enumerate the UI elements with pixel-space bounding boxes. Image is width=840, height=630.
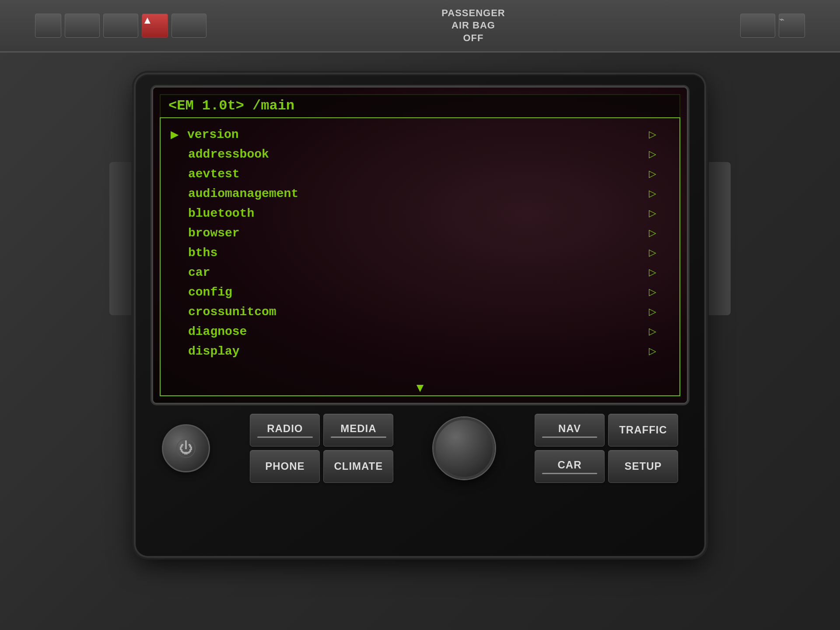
menu-item-crossunitcom[interactable]: ▶ crossunitcom ▷ bbox=[171, 302, 669, 322]
menu-item-config[interactable]: ▶ config ▷ bbox=[171, 282, 669, 302]
menu-item-chevron-bluetooth: ▷ bbox=[649, 208, 656, 219]
menu-item-bths[interactable]: ▶ bths ▷ bbox=[171, 243, 669, 263]
menu-item-label-addressbook: addressbook bbox=[188, 148, 649, 161]
car-btn-indicator bbox=[542, 473, 597, 474]
menu-item-label-car: car bbox=[188, 266, 649, 279]
passenger-airbag-label: PASSENGER AIR BAG OFF bbox=[441, 7, 505, 45]
menu-item-chevron-addressbook: ▷ bbox=[649, 148, 656, 160]
top-btn-5[interactable] bbox=[172, 14, 206, 38]
menu-item-label-config: config bbox=[188, 285, 649, 299]
top-btn-2[interactable] bbox=[65, 14, 100, 38]
power-knob[interactable]: ⏻ bbox=[162, 424, 210, 472]
menu-item-car[interactable]: ▶ car ▷ bbox=[171, 263, 669, 282]
nav-button[interactable]: NAV bbox=[535, 414, 605, 447]
top-btn-3[interactable] bbox=[103, 14, 138, 38]
radio-btn-indicator bbox=[257, 436, 312, 438]
right-vent bbox=[709, 162, 731, 315]
hazard-button[interactable]: ▲ bbox=[142, 14, 168, 38]
menu-item-chevron-diagnose: ▷ bbox=[649, 326, 656, 337]
menu-item-label-diagnose: diagnose bbox=[188, 325, 649, 338]
menu-item-chevron-aevtest: ▷ bbox=[649, 168, 656, 179]
right-buttons-group: NAV TRAFFIC CAR SETUP bbox=[535, 414, 678, 483]
dashboard: ▲ PASSENGER AIR BAG OFF ⌁ bbox=[0, 0, 840, 630]
left-buttons-row-2: PHONE CLIMATE bbox=[250, 450, 393, 483]
top-btn-1[interactable] bbox=[35, 14, 61, 38]
menu-item-version[interactable]: ▶ version ▷ bbox=[171, 125, 669, 144]
traffic-button[interactable]: TRAFFIC bbox=[608, 414, 678, 447]
climate-button[interactable]: CLIMATE bbox=[323, 450, 393, 483]
menu-item-chevron-audiomanagement: ▷ bbox=[649, 188, 656, 199]
menu-item-chevron-browser: ▷ bbox=[649, 227, 656, 239]
left-vent bbox=[109, 162, 131, 315]
menu-item-label-bths: bths bbox=[188, 246, 649, 260]
menu-item-aevtest[interactable]: ▶ aevtest ▷ bbox=[171, 164, 669, 184]
menu-item-chevron-config: ▷ bbox=[649, 286, 656, 298]
menu-item-chevron-bths: ▷ bbox=[649, 247, 656, 258]
media-btn-indicator bbox=[331, 436, 386, 438]
right-buttons-row-2: CAR SETUP bbox=[535, 450, 678, 483]
menu-item-label-crossunitcom: crossunitcom bbox=[188, 305, 649, 319]
screen-header: <EM 1.0t> /main bbox=[160, 94, 680, 118]
media-button[interactable]: MEDIA bbox=[323, 414, 393, 447]
screen-title: <EM 1.0t> /main bbox=[168, 98, 294, 114]
control-bar: ⏻ RADIO MEDIA PHONE bbox=[153, 414, 687, 483]
top-bar: ▲ PASSENGER AIR BAG OFF ⌁ bbox=[0, 0, 840, 53]
menu-item-diagnose[interactable]: ▶ diagnose ▷ bbox=[171, 322, 669, 341]
menu-item-addressbook[interactable]: ▶ addressbook ▷ bbox=[171, 144, 669, 164]
menu-item-chevron-display: ▷ bbox=[649, 345, 656, 357]
top-btn-6[interactable] bbox=[740, 14, 775, 38]
power-icon: ⏻ bbox=[179, 440, 193, 456]
screen: <EM 1.0t> /main ▶ version ▷ ▶ addressboo… bbox=[153, 88, 687, 403]
setup-button[interactable]: SETUP bbox=[608, 450, 678, 483]
left-buttons-group: RADIO MEDIA PHONE CLIMATE bbox=[250, 414, 393, 483]
menu-item-label-browser: browser bbox=[188, 226, 649, 240]
menu-item-label-aevtest: aevtest bbox=[188, 167, 649, 181]
infotainment-unit: <EM 1.0t> /main ▶ version ▷ ▶ addressboo… bbox=[136, 74, 704, 556]
menu-item-audiomanagement[interactable]: ▶ audiomanagement ▷ bbox=[171, 184, 669, 204]
scroll-down-arrow[interactable]: ▼ bbox=[414, 381, 426, 395]
menu-item-bluetooth[interactable]: ▶ bluetooth ▷ bbox=[171, 204, 669, 223]
screen-inner: <EM 1.0t> /main ▶ version ▷ ▶ addressboo… bbox=[153, 88, 687, 403]
menu-item-browser[interactable]: ▶ browser ▷ bbox=[171, 223, 669, 243]
nav-btn-indicator bbox=[542, 436, 597, 438]
left-buttons-row-1: RADIO MEDIA bbox=[250, 414, 393, 447]
top-buttons-left: ▲ bbox=[35, 14, 206, 38]
menu-item-label-version: version bbox=[187, 128, 649, 141]
wiper-btn[interactable]: ⌁ bbox=[779, 14, 805, 38]
menu-item-label-display: display bbox=[188, 345, 649, 358]
selected-arrow-icon: ▶ bbox=[171, 128, 178, 141]
menu-item-display[interactable]: ▶ display ▷ bbox=[171, 341, 669, 361]
menu-item-chevron-car: ▷ bbox=[649, 267, 656, 278]
menu-item-label-audiomanagement: audiomanagement bbox=[188, 187, 649, 201]
phone-button[interactable]: PHONE bbox=[250, 450, 320, 483]
right-buttons-row-1: NAV TRAFFIC bbox=[535, 414, 678, 447]
radio-button[interactable]: RADIO bbox=[250, 414, 320, 447]
top-buttons-right: ⌁ bbox=[740, 14, 805, 38]
car-button[interactable]: CAR bbox=[535, 450, 605, 483]
menu-item-chevron-crossunitcom: ▷ bbox=[649, 306, 656, 317]
menu-item-chevron-version: ▷ bbox=[649, 129, 656, 140]
menu-item-label-bluetooth: bluetooth bbox=[188, 207, 649, 220]
main-knob[interactable] bbox=[434, 418, 495, 479]
menu-list: ▶ version ▷ ▶ addressbook ▷ ▶ aevtest ▷ bbox=[160, 118, 680, 385]
